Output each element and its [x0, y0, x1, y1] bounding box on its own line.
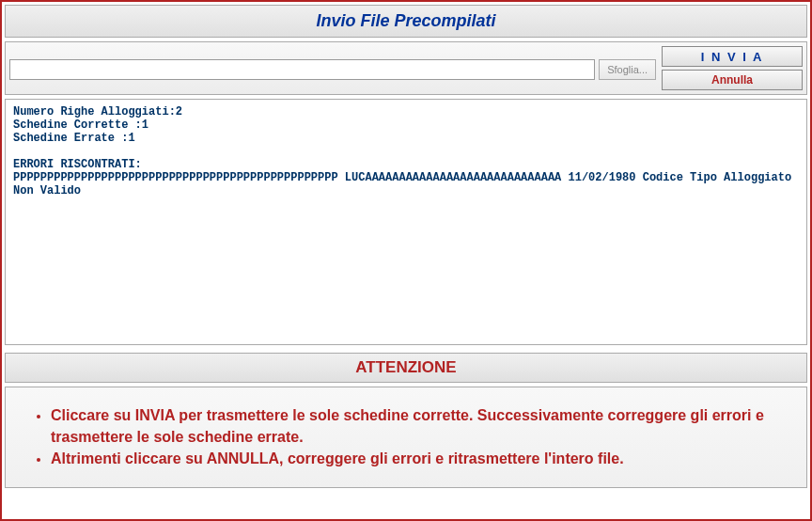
action-buttons: I N V I A Annulla [662, 46, 803, 90]
attention-item: Cliccare su INVIA per trasmettere le sol… [51, 404, 784, 448]
file-path-input[interactable] [9, 59, 595, 80]
attention-panel: Cliccare su INVIA per trasmettere le sol… [5, 387, 807, 488]
main-frame: Invio File Precompilati Sfoglia... I N V… [0, 0, 812, 521]
log-output[interactable]: Numero Righe Alloggiati:2 Schedine Corre… [5, 99, 807, 345]
annulla-button[interactable]: Annulla [662, 70, 803, 90]
attention-heading: ATTENZIONE [5, 353, 807, 383]
page-title: Invio File Precompilati [5, 5, 807, 38]
browse-button[interactable]: Sfoglia... [599, 59, 656, 80]
attention-item: Altrimenti cliccare su ANNULLA, corregge… [51, 448, 784, 469]
attention-list: Cliccare su INVIA per trasmettere le sol… [28, 404, 784, 470]
file-chooser: Sfoglia... [9, 46, 656, 80]
invia-button[interactable]: I N V I A [662, 46, 803, 67]
upload-panel: Sfoglia... I N V I A Annulla [5, 41, 807, 95]
